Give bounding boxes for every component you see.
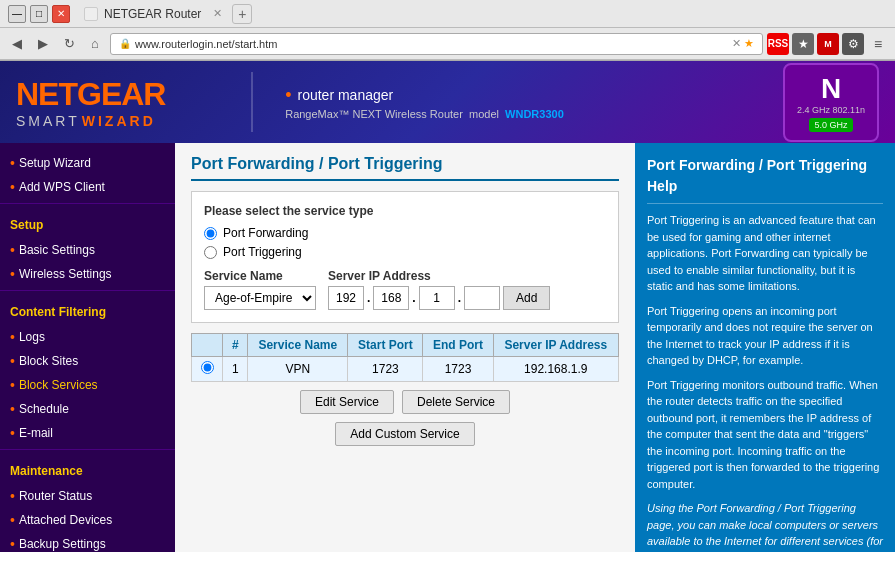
sidebar-item-email[interactable]: E-mail <box>0 421 175 445</box>
sidebar-label-router-status: Router Status <box>19 489 92 503</box>
sidebar-divider-2 <box>0 290 175 291</box>
router-manager-area: • router manager RangeMax™ NEXT Wireless… <box>285 85 564 120</box>
radio-port-forwarding-label: Port Forwarding <box>223 226 308 240</box>
new-tab-button[interactable]: + <box>232 4 252 24</box>
content-section-title: Content Filtering <box>10 301 165 323</box>
radio-port-forwarding-input[interactable] <box>204 227 217 240</box>
close-button[interactable]: ✕ <box>52 5 70 23</box>
sidebar-label-basic-settings: Basic Settings <box>19 243 95 257</box>
gmail-icon[interactable]: M <box>817 33 839 55</box>
table-header-start-port: Start Port <box>348 334 423 357</box>
toolbar-icons: RSS ★ M ⚙ ≡ <box>767 33 889 55</box>
row-select-radio[interactable] <box>201 361 214 374</box>
ip-octet-2[interactable] <box>373 286 409 310</box>
ip-octet-3[interactable] <box>419 286 455 310</box>
sidebar-item-backup-settings[interactable]: Backup Settings <box>0 532 175 552</box>
help-para-3: Port Triggering monitors outbound traffi… <box>647 377 883 493</box>
ip-octet-4[interactable] <box>464 286 500 310</box>
radio-port-triggering[interactable]: Port Triggering <box>204 245 606 259</box>
back-button[interactable]: ◀ <box>6 33 28 55</box>
sidebar-divider-1 <box>0 203 175 204</box>
address-bar[interactable]: 🔒 www.routerlogin.net/start.htm ✕ ★ <box>110 33 763 55</box>
address-bar-icons: ✕ ★ <box>732 37 754 50</box>
add-custom-wrapper: Add Custom Service <box>191 422 619 446</box>
model-number: WNDR3300 <box>505 108 564 120</box>
window-controls[interactable]: — □ ✕ <box>8 5 70 23</box>
radio-port-forwarding[interactable]: Port Forwarding <box>204 226 606 240</box>
help-para-4: Using the Port Forwarding / Port Trigger… <box>647 500 883 552</box>
sidebar-item-setup-wizard[interactable]: Setup Wizard <box>0 151 175 175</box>
add-button[interactable]: Add <box>503 286 550 310</box>
n-letter: N <box>797 73 865 105</box>
sidebar-item-add-wps[interactable]: Add WPS Client <box>0 175 175 199</box>
sidebar-item-schedule[interactable]: Schedule <box>0 397 175 421</box>
brand-name: NETGEAR <box>16 76 165 112</box>
sidebar-label-setup-wizard: Setup Wizard <box>19 156 91 170</box>
edit-service-button[interactable]: Edit Service <box>300 390 394 414</box>
router-manager-text: router manager <box>298 87 394 103</box>
row-end-port: 1723 <box>423 357 493 382</box>
sidebar-label-wireless-settings: Wireless Settings <box>19 267 112 281</box>
sidebar-label-email: E-mail <box>19 426 53 440</box>
n-badge: N 2.4 GHz 802.11n 5.0 GHz <box>783 63 879 142</box>
tools-icon[interactable]: ⚙ <box>842 33 864 55</box>
service-name-label: Service Name <box>204 269 316 283</box>
help-para-2: Port Triggering opens an incoming port t… <box>647 303 883 369</box>
model-label: model <box>469 108 499 120</box>
home-button[interactable]: ⌂ <box>84 33 106 55</box>
service-table: # Service Name Start Port End Port Serve… <box>191 333 619 382</box>
table-header-service: Service Name <box>248 334 348 357</box>
delete-service-button[interactable]: Delete Service <box>402 390 510 414</box>
rss-icon[interactable]: RSS <box>767 33 789 55</box>
sidebar-item-wireless-settings[interactable]: Wireless Settings <box>0 262 175 286</box>
ip-octet-1[interactable] <box>328 286 364 310</box>
sidebar-section-maintenance: Maintenance <box>0 454 175 484</box>
service-form: Service Name Age-of-Empire Server IP Add… <box>204 269 606 310</box>
sidebar-item-router-status[interactable]: Router Status <box>0 484 175 508</box>
table-header-num: # <box>223 334 248 357</box>
orange-dot: • <box>285 85 291 106</box>
bookmark-icon[interactable]: ★ <box>792 33 814 55</box>
site-header: NETGEAR SMART WIZARD • router manager Ra… <box>0 61 895 143</box>
tab-title: NETGEAR Router <box>104 7 201 21</box>
setup-section-title: Setup <box>10 214 165 236</box>
ip-dot-3: . <box>458 291 461 305</box>
refresh-button[interactable]: ↻ <box>58 33 80 55</box>
add-custom-service-button[interactable]: Add Custom Service <box>335 422 474 446</box>
forward-button[interactable]: ▶ <box>32 33 54 55</box>
header-divider <box>251 72 253 132</box>
service-name-select[interactable]: Age-of-Empire <box>204 286 316 310</box>
logo-area: NETGEAR SMART WIZARD <box>16 76 235 129</box>
row-server-ip: 192.168.1.9 <box>493 357 618 382</box>
sidebar-item-block-services[interactable]: Block Services <box>0 373 175 397</box>
sidebar-item-basic-settings[interactable]: Basic Settings <box>0 238 175 262</box>
row-start-port: 1723 <box>348 357 423 382</box>
sidebar-section-content: Content Filtering <box>0 295 175 325</box>
radio-port-triggering-label: Port Triggering <box>223 245 302 259</box>
sidebar: Setup Wizard Add WPS Client Setup Basic … <box>0 143 175 552</box>
ip-input-group: . . . Add <box>328 286 550 310</box>
sidebar-item-attached-devices[interactable]: Attached Devices <box>0 508 175 532</box>
freq2-text: 5.0 GHz <box>809 118 852 132</box>
row-radio[interactable] <box>192 357 223 382</box>
menu-icon[interactable]: ≡ <box>867 33 889 55</box>
maximize-button[interactable]: □ <box>30 5 48 23</box>
close-tab-icon[interactable]: ✕ <box>213 7 222 20</box>
sidebar-label-backup-settings: Backup Settings <box>19 537 106 551</box>
service-type-label: Please select the service type <box>204 204 606 218</box>
freq1-text: 2.4 GHz 802.11n <box>797 105 865 115</box>
service-type-section: Please select the service type Port Forw… <box>191 191 619 323</box>
content-area: Setup Wizard Add WPS Client Setup Basic … <box>0 143 895 552</box>
tab-favicon <box>84 7 98 21</box>
minimize-button[interactable]: — <box>8 5 26 23</box>
smart-text: SMART <box>16 113 80 129</box>
wizard-text: WIZARD <box>82 113 156 129</box>
sidebar-item-block-sites[interactable]: Block Sites <box>0 349 175 373</box>
help-para-1: Port Triggering is an advanced feature t… <box>647 212 883 295</box>
page-title: Port Forwarding / Port Triggering <box>191 155 619 181</box>
sidebar-item-logs[interactable]: Logs <box>0 325 175 349</box>
table-row[interactable]: 1 VPN 1723 1723 192.168.1.9 <box>192 357 619 382</box>
action-buttons: Edit Service Delete Service <box>191 390 619 414</box>
table-header-end-port: End Port <box>423 334 493 357</box>
radio-port-triggering-input[interactable] <box>204 246 217 259</box>
